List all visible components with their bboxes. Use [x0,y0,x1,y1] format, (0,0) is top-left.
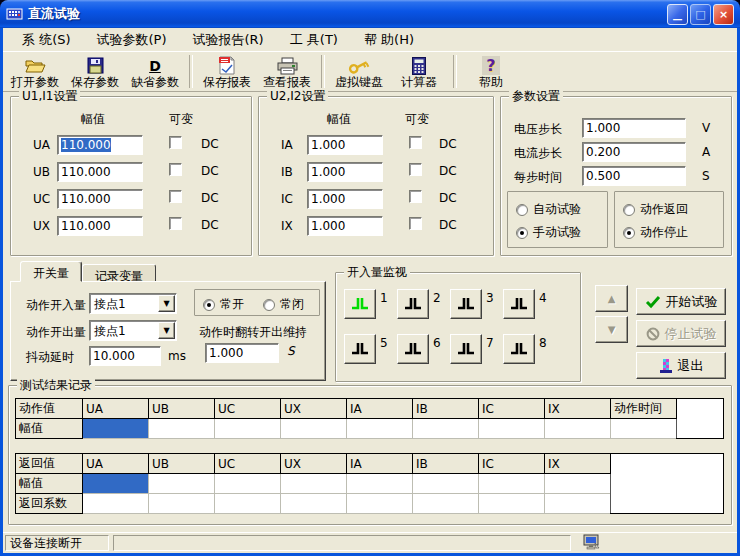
value-cell[interactable] [215,494,281,514]
tab-switch-quantity[interactable]: 开关量 [20,261,82,282]
action-return-label: 动作返回 [640,201,688,218]
contact-monitor-button-7[interactable] [450,334,482,364]
value-cell[interactable] [215,474,281,494]
value-cell[interactable] [281,474,347,494]
auto-test-option[interactable]: 自动试验 [516,201,581,218]
virtual-keyboard-button[interactable]: 虚拟键盘 [329,53,389,90]
ia-amplitude-input[interactable]: 1.000 [307,135,383,155]
row-label: 幅值 [16,474,83,494]
value-cell[interactable] [413,419,479,439]
value-cell[interactable] [413,474,479,494]
hold-input[interactable]: 1.000 [205,343,279,363]
debounce-label: 抖动延时 [26,349,74,366]
menu-help[interactable]: 帮 助(H) [351,29,427,51]
tab-record-variable[interactable]: 记录变量 [82,264,156,282]
help-button[interactable]: ? 帮助 [461,53,521,90]
ix-dc-checkbox[interactable] [409,217,422,230]
action-return-option[interactable]: 动作返回 [623,201,688,218]
save-params-button[interactable]: 保存参数 [65,53,125,90]
channel-label-ua: UA [33,138,50,152]
close-button[interactable]: × [713,4,734,25]
value-cell[interactable] [347,419,413,439]
value-cell[interactable] [611,419,677,439]
uc-amplitude-input[interactable]: 110.000 [57,189,143,209]
ux-dc-checkbox[interactable] [169,217,182,230]
value-cell[interactable] [479,474,545,494]
value-cell[interactable] [479,419,545,439]
exit-button[interactable]: 退出 [636,352,726,379]
manual-test-option[interactable]: 手动试验 [516,224,581,241]
ib-dc-checkbox[interactable] [409,163,422,176]
value-cell[interactable] [149,419,215,439]
value-cell[interactable] [545,474,611,494]
save-report-button[interactable]: 保存报表 [197,53,257,90]
menu-test-params[interactable]: 试验参数(P) [84,29,180,51]
value-cell[interactable] [281,494,347,514]
scroll-up-button[interactable]: ▲ [595,285,628,312]
default-params-button[interactable]: D 缺省参数 [125,53,185,90]
test-mode-box: 自动试验 手动试验 [507,191,608,248]
calculator-button[interactable]: 计算器 [389,53,449,90]
minimize-button[interactable]: — [667,4,688,25]
value-cell[interactable] [479,494,545,514]
maximize-button[interactable]: □ [690,4,711,25]
action-input-dropdown[interactable]: 接点1 ▼ [89,293,177,314]
contact-icon [351,297,369,311]
value-cell[interactable] [347,494,413,514]
menu-test-report[interactable]: 试验报告(R) [180,29,277,51]
contact-monitor-button-4[interactable] [503,289,535,319]
contact-monitor-button-8[interactable] [503,334,535,364]
value-cell[interactable] [347,474,413,494]
value-cell-ua[interactable] [83,419,149,439]
uc-dc-checkbox[interactable] [169,190,182,203]
action-output-dropdown[interactable]: 接点1 ▼ [89,320,177,341]
value-cell[interactable] [545,494,611,514]
contact-monitor-button-1[interactable] [344,289,376,319]
value-cell[interactable] [413,494,479,514]
ub-dc-checkbox[interactable] [169,163,182,176]
stop-test-button[interactable]: 停止试验 [636,320,726,347]
value-cell[interactable] [215,419,281,439]
ux-dc-label: DC [201,218,219,232]
window-controls: — □ × [667,4,734,25]
step-time-label: 每步时间 [514,169,562,186]
ux-amplitude-input[interactable]: 110.000 [57,216,143,236]
debounce-input[interactable]: 10.000 [89,346,161,366]
contact-monitor-button-2[interactable] [397,289,429,319]
current-step-input[interactable]: 0.200 [582,142,686,162]
start-test-button[interactable]: 开始试验 [636,288,726,315]
value-cell[interactable] [545,419,611,439]
action-stop-option[interactable]: 动作停止 [623,224,688,241]
ic-dc-checkbox[interactable] [409,190,422,203]
ia-dc-label: DC [439,137,457,151]
open-params-button[interactable]: 打开参数 [5,53,65,90]
params-title: 参数设置 [509,89,563,103]
ua-amplitude-input[interactable]: 110.000 [57,135,143,155]
key-icon [348,56,370,75]
ua-dc-checkbox[interactable] [169,136,182,149]
channel-label-uc: UC [33,192,50,206]
value-cell[interactable] [281,419,347,439]
contact-monitor-button-5[interactable] [344,334,376,364]
value-cell-ua[interactable] [83,474,149,494]
value-cell[interactable] [83,494,149,514]
row-label: 幅值 [16,419,83,439]
normally-closed-option[interactable]: 常闭 [263,296,304,313]
view-report-button[interactable]: 查看报表 [257,53,317,90]
step-time-input[interactable]: 0.500 [582,166,686,186]
contact-monitor-button-3[interactable] [450,289,482,319]
scroll-down-button[interactable]: ▼ [595,316,628,343]
ia-dc-checkbox[interactable] [409,136,422,149]
ib-amplitude-input[interactable]: 1.000 [307,162,383,182]
value-cell[interactable] [149,474,215,494]
contact-monitor-button-6[interactable] [397,334,429,364]
ic-amplitude-input[interactable]: 1.000 [307,189,383,209]
menu-system[interactable]: 系 统(S) [9,29,84,51]
menu-tools[interactable]: 工 具(T) [277,29,351,51]
ix-amplitude-input[interactable]: 1.000 [307,216,383,236]
radio-icon [516,227,528,239]
normally-open-option[interactable]: 常开 [203,296,244,313]
value-cell[interactable] [149,494,215,514]
ub-amplitude-input[interactable]: 110.000 [57,162,143,182]
voltage-step-input[interactable]: 1.000 [582,118,686,138]
